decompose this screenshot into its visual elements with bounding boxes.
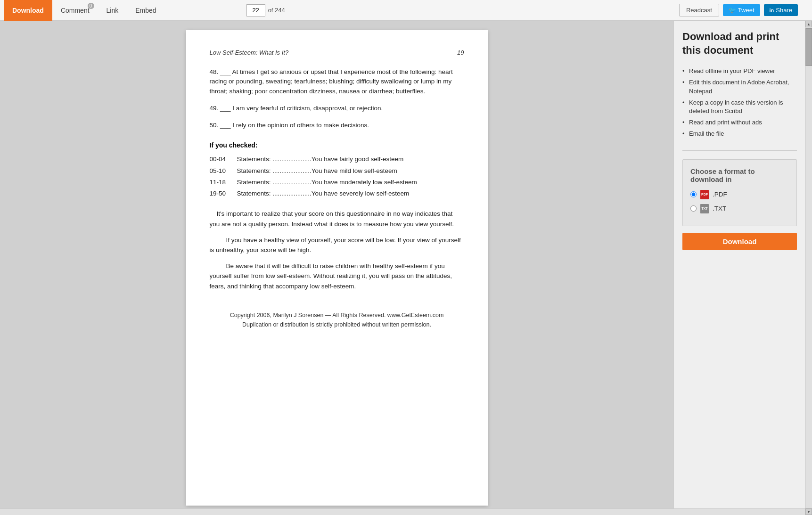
score-label: Statements: ......................You ha… xyxy=(237,154,404,165)
pdf-label: .PDF xyxy=(713,191,727,198)
comment-tab-button[interactable]: Comment 0 xyxy=(52,0,98,21)
list-item: Read and print without ads xyxy=(682,117,797,128)
comment-badge: 0 xyxy=(88,3,94,9)
score-range: 19-50 xyxy=(210,188,233,199)
table-row: 05-10 Statements: ......................… xyxy=(210,165,464,177)
link-tab-button[interactable]: Link xyxy=(98,0,127,21)
paragraph: If you have a healthy view of yourself, … xyxy=(210,235,464,255)
scrollbar-up-arrow[interactable]: ▲ xyxy=(805,21,812,27)
comment-tab-label: Comment xyxy=(61,7,90,14)
toolbar: Download Comment 0 Link Embed of 244 Rea… xyxy=(0,0,812,21)
page-input[interactable] xyxy=(246,4,265,16)
score-table: 00-04 Statements: ......................… xyxy=(210,154,464,199)
table-row: 11-18 Statements: ......................… xyxy=(210,177,464,188)
sidebar-title: Download and print this document xyxy=(682,30,797,57)
item-number: 50. ___ xyxy=(210,122,231,129)
share-label: Share xyxy=(776,7,792,14)
footer-line2: Duplication or distribution is strictly … xyxy=(210,320,464,329)
scrollbar-track: ▲ ▼ xyxy=(805,0,812,515)
txt-icon: TXT xyxy=(700,204,709,213)
item-number: 49. ___ xyxy=(210,105,231,112)
embed-tab-button[interactable]: Embed xyxy=(127,0,164,21)
toolbar-left: Download Comment 0 Link Embed of 244 xyxy=(0,0,285,21)
sidebar: Download and print this document Read of… xyxy=(673,21,805,515)
doc-header-title: Low Self-Esteem: What Is It? xyxy=(210,49,289,56)
score-range: 00-04 xyxy=(210,154,233,165)
score-range: 05-10 xyxy=(210,165,233,177)
toolbar-right: Readcast 🐦 Tweet in Share xyxy=(679,4,812,16)
table-row: 19-50 Statements: ......................… xyxy=(210,188,464,199)
tweet-button[interactable]: 🐦 Tweet xyxy=(723,4,760,16)
document-viewer: Low Self-Esteem: What Is It? 19 48. ___ … xyxy=(0,21,673,515)
list-item: Email the file xyxy=(682,128,797,139)
format-section-title: Choose a format to download in xyxy=(690,167,789,183)
bottom-scrollbar[interactable] xyxy=(0,508,805,515)
list-item: Edit this document in Adobe Acrobat, Not… xyxy=(682,77,797,97)
table-row: 00-04 Statements: ......................… xyxy=(210,154,464,165)
doc-header: Low Self-Esteem: What Is It? 19 xyxy=(210,49,464,56)
score-range: 11-18 xyxy=(210,177,233,188)
item-text: I rely on the opinion of others to make … xyxy=(232,122,369,129)
doc-footer: Copyright 2006, Marilyn J Sorensen — All… xyxy=(210,311,464,329)
paragraph: It's important to realize that your scor… xyxy=(210,209,464,229)
item-text: I am very fearful of criticism, disappro… xyxy=(232,105,383,112)
footer-line1: Copyright 2006, Marilyn J Sorensen — All… xyxy=(210,311,464,320)
paragraph: Be aware that it will be difficult to ra… xyxy=(210,261,464,292)
txt-radio[interactable] xyxy=(690,205,697,212)
page-total: of 244 xyxy=(268,7,285,14)
doc-header-page: 19 xyxy=(457,49,464,56)
list-item: 49. ___ I am very fearful of criticism, … xyxy=(210,104,464,113)
format-option-txt[interactable]: TXT .TXT xyxy=(690,204,789,213)
download-tab-button[interactable]: Download xyxy=(4,0,52,21)
item-number: 48. ___ xyxy=(210,68,231,75)
share-button[interactable]: in Share xyxy=(764,4,798,16)
list-item: 50. ___ I rely on the opinion of others … xyxy=(210,121,464,130)
section-heading: If you checked: xyxy=(210,141,464,149)
pdf-icon: PDF xyxy=(700,190,709,199)
twitter-icon: 🐦 xyxy=(729,7,736,14)
scrollbar-thumb[interactable] xyxy=(805,28,812,66)
format-section: Choose a format to download in PDF .PDF … xyxy=(682,159,797,226)
document-page: Low Self-Esteem: What Is It? 19 48. ___ … xyxy=(186,30,488,506)
main-area: Low Self-Esteem: What Is It? 19 48. ___ … xyxy=(0,21,805,515)
readcast-button[interactable]: Readcast xyxy=(679,4,719,16)
sidebar-benefits-list: Read offline in your PDF viewer Edit thi… xyxy=(682,65,797,139)
scrollbar-down-arrow[interactable]: ▼ xyxy=(805,508,812,515)
item-text: At times I get so anxious or upset that … xyxy=(210,68,453,95)
list-item: Read offline in your PDF viewer xyxy=(682,65,797,77)
txt-label: .TXT xyxy=(713,205,726,212)
toolbar-separator xyxy=(168,4,168,17)
tweet-label: Tweet xyxy=(738,7,755,14)
format-option-pdf[interactable]: PDF .PDF xyxy=(690,190,789,199)
score-label: Statements: ......................You ha… xyxy=(237,177,417,188)
score-label: Statements: ......................You ha… xyxy=(237,188,410,199)
list-item: 48. ___ At times I get so anxious or ups… xyxy=(210,67,464,96)
linkedin-icon: in xyxy=(770,8,774,13)
score-label: Statements: ......................You ha… xyxy=(237,165,397,177)
download-button[interactable]: Download xyxy=(682,233,797,250)
toolbar-page: of 244 xyxy=(246,4,285,16)
list-item: Keep a copy in case this version is dele… xyxy=(682,97,797,117)
pdf-radio[interactable] xyxy=(690,191,697,197)
sidebar-divider xyxy=(682,150,797,151)
